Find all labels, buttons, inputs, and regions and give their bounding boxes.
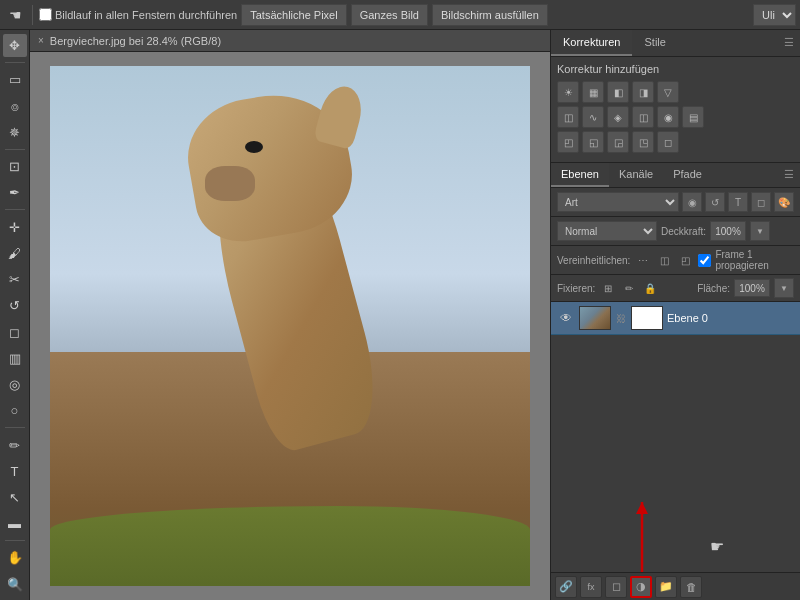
vereinheitlichen-label: Vereinheitlichen:: [557, 255, 630, 266]
dodge-tool[interactable]: ○: [3, 399, 27, 422]
run-all-windows-checkbox[interactable]: [39, 8, 52, 21]
layer-mask-content: [632, 307, 662, 329]
gradient-map-icon[interactable]: ◳: [632, 131, 654, 153]
layers-panel: Ebenen Kanäle Pfade ☰ Art ◉ ↺ T ◻ 🎨 Norm…: [551, 163, 800, 600]
history-brush-tool[interactable]: ↺: [3, 294, 27, 317]
invert-icon[interactable]: ◰: [557, 131, 579, 153]
zoom-tool[interactable]: 🔍: [3, 573, 27, 596]
frame-propagate-checkbox[interactable]: [698, 254, 711, 267]
opacity-value[interactable]: 100%: [710, 221, 746, 241]
layer-row-ebene0[interactable]: 👁 ⛓ Ebene 0: [551, 302, 800, 335]
svg-marker-3: [636, 502, 648, 514]
adjustment-icon: ◑: [636, 580, 646, 593]
filter-icon-1[interactable]: ◉: [682, 192, 702, 212]
panel-menu-icon[interactable]: ☰: [778, 30, 800, 56]
fix-icons-group: ⊞ ✏ 🔒: [599, 279, 659, 297]
corrections-panel: Korrektur hinzufügen ☀ ▦ ◧ ◨ ▽ ◫ ∿ ◈ ◫ ◉…: [551, 57, 800, 163]
blur-tool[interactable]: ◎: [3, 373, 27, 396]
link-layers-button[interactable]: 🔗: [555, 576, 577, 598]
fit-screen-button[interactable]: Ganzes Bild: [351, 4, 428, 26]
pen-tool[interactable]: ✏: [3, 433, 27, 456]
corrections-panel-tabs: Korrekturen Stile ☰: [551, 30, 800, 57]
eyedropper-tool[interactable]: ✒: [3, 181, 27, 204]
main-area: ✥ ▭ ⌾ ✵ ⊡ ✒ ✛ 🖌 ✂ ↺ ◻ ▥ ◎ ○ ✏ T ↖ ▬ ✋ 🔍 …: [0, 30, 800, 600]
add-style-button[interactable]: fx: [580, 576, 602, 598]
hsl-icon[interactable]: ◫: [557, 106, 579, 128]
healing-brush-tool[interactable]: ✛: [3, 215, 27, 238]
brightness-icon[interactable]: ☀: [557, 81, 579, 103]
threshold-icon[interactable]: ◲: [607, 131, 629, 153]
vein-icon-1[interactable]: ⋯: [634, 251, 652, 269]
tab-kanaele[interactable]: Kanäle: [609, 163, 663, 187]
path-selection-tool[interactable]: ↖: [3, 486, 27, 509]
tab-stile[interactable]: Stile: [632, 30, 677, 56]
layer-visibility-icon[interactable]: 👁: [557, 309, 575, 327]
layers-filter-row: Art ◉ ↺ T ◻ 🎨: [551, 188, 800, 217]
flaeche-value[interactable]: 100%: [734, 279, 770, 297]
actual-pixels-button[interactable]: Tatsächliche Pixel: [241, 4, 346, 26]
flaeche-arrow[interactable]: ▼: [774, 278, 794, 298]
checkbox-label: Bildlauf in allen Fenstern durchführen: [55, 9, 237, 21]
layer-bottom-toolbar: 🔗 fx ◻ ◑ 📁 🗑 ☛: [551, 572, 800, 600]
fix-icon-2[interactable]: ✏: [620, 279, 638, 297]
corrections-row-3: ◰ ◱ ◲ ◳ ◻: [557, 131, 794, 153]
layers-blend-row: Normal Deckkraft: 100% ▼: [551, 217, 800, 246]
posterize-icon[interactable]: ◱: [582, 131, 604, 153]
filter-icon-5[interactable]: 🎨: [774, 192, 794, 212]
fixieren-label: Fixieren:: [557, 283, 595, 294]
close-tab-button[interactable]: ×: [38, 35, 44, 46]
layers-fix-row: Fixieren: ⊞ ✏ 🔒 Fläche: 100% ▼: [551, 275, 800, 302]
exposure-icon[interactable]: ◨: [632, 81, 654, 103]
colorbalance-icon[interactable]: ∿: [582, 106, 604, 128]
curves-icon[interactable]: ◧: [607, 81, 629, 103]
magic-wand-tool[interactable]: ✵: [3, 121, 27, 144]
blend-mode-select[interactable]: Normal: [557, 221, 657, 241]
hand-tool-icon[interactable]: ☚: [4, 4, 26, 26]
tab-pfade[interactable]: Pfade: [663, 163, 712, 187]
tab-ebenen[interactable]: Ebenen: [551, 163, 609, 187]
user-select[interactable]: Uli: [753, 4, 796, 26]
canvas-area: × Bergviecher.jpg bei 28.4% (RGB/8): [30, 30, 550, 600]
bw-icon[interactable]: ◈: [607, 106, 629, 128]
photofilter-icon[interactable]: ◫: [632, 106, 654, 128]
filter-icon-3[interactable]: T: [728, 192, 748, 212]
new-group-button[interactable]: 📁: [655, 576, 677, 598]
filter-icon-2[interactable]: ↺: [705, 192, 725, 212]
layer-name-label: Ebene 0: [667, 312, 794, 324]
arrow-up-svg: [632, 492, 652, 572]
marquee-tool[interactable]: ▭: [3, 68, 27, 91]
canvas-content[interactable]: [30, 52, 550, 600]
clone-stamp-tool[interactable]: ✂: [3, 268, 27, 291]
image-canvas: [50, 66, 530, 586]
levels-icon[interactable]: ▦: [582, 81, 604, 103]
filter-icon-4[interactable]: ◻: [751, 192, 771, 212]
layer-list: 👁 ⛓ Ebene 0: [551, 302, 800, 572]
corrections-title: Korrektur hinzufügen: [557, 63, 794, 75]
gradient-tool[interactable]: ▥: [3, 347, 27, 370]
move-tool[interactable]: ✥: [3, 34, 27, 57]
delete-layer-button[interactable]: 🗑: [680, 576, 702, 598]
fix-icon-3[interactable]: 🔒: [641, 279, 659, 297]
top-toolbar: ☚ Bildlauf in allen Fenstern durchführen…: [0, 0, 800, 30]
vein-icon-3[interactable]: ◰: [676, 251, 694, 269]
llama-nose: [205, 166, 255, 201]
shape-tool[interactable]: ▬: [3, 512, 27, 535]
grass-area: [50, 506, 530, 586]
hand-tool[interactable]: ✋: [3, 546, 27, 569]
colerlookup-icon[interactable]: ▤: [682, 106, 704, 128]
new-adjustment-layer-button[interactable]: ◑: [630, 576, 652, 598]
text-tool[interactable]: T: [3, 460, 27, 483]
corrections-row-2: ◫ ∿ ◈ ◫ ◉ ▤: [557, 106, 794, 128]
fix-icon-1[interactable]: ⊞: [599, 279, 617, 297]
vein-icon-2[interactable]: ◫: [655, 251, 673, 269]
fill-screen-button[interactable]: Bildschirm ausfüllen: [432, 4, 548, 26]
eraser-tool[interactable]: ◻: [3, 320, 27, 343]
opacity-arrow[interactable]: ▼: [750, 221, 770, 241]
brush-tool[interactable]: 🖌: [3, 242, 27, 265]
layers-menu-icon[interactable]: ☰: [778, 163, 800, 187]
lasso-tool[interactable]: ⌾: [3, 94, 27, 117]
crop-tool[interactable]: ⊡: [3, 155, 27, 178]
add-mask-button[interactable]: ◻: [605, 576, 627, 598]
separator-1: [32, 5, 33, 25]
tab-korrekturen[interactable]: Korrekturen: [551, 30, 632, 56]
